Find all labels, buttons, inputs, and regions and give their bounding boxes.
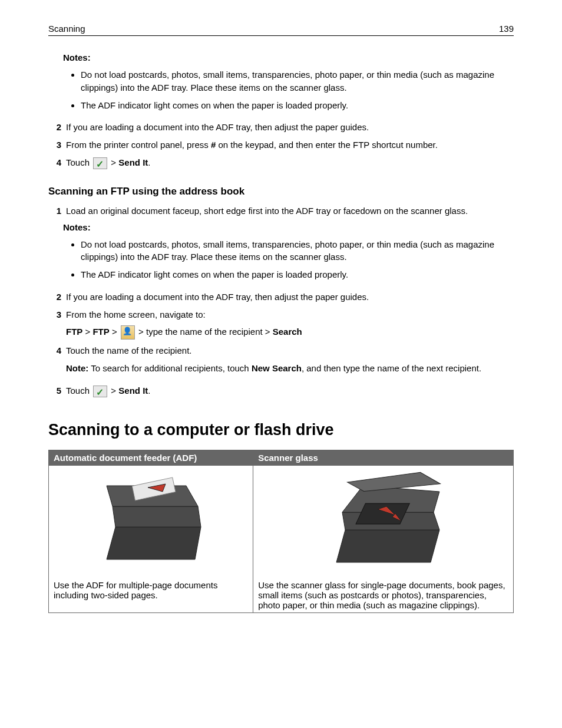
step-text: If you are loading a document into the A… xyxy=(66,291,514,304)
step-number: 2 xyxy=(48,291,61,304)
page-number: 139 xyxy=(499,24,514,34)
step-4: 4 Touch the name of the recipient. xyxy=(48,344,514,357)
text: . xyxy=(148,157,150,167)
step-number: 3 xyxy=(48,139,61,151)
step-text: From the home screen, navigate to: xyxy=(66,308,514,321)
step-text: Touch > Send It. xyxy=(66,384,514,397)
subheading-ftp-address-book: Scanning an FTP using the address book xyxy=(48,186,514,197)
scanner-glass-illustration xyxy=(258,468,508,580)
cell-adf: Use the ADF for multiple‑page documents … xyxy=(49,465,253,612)
text: > xyxy=(136,327,146,337)
text: > xyxy=(110,327,120,337)
cell-scanner-glass: Use the scanner glass for single‑page do… xyxy=(253,465,514,612)
section-title: Scanning xyxy=(48,24,85,34)
adf-illustration xyxy=(54,468,248,580)
svg-rect-1 xyxy=(356,503,409,524)
step-text: Touch the name of the recipient. xyxy=(66,344,514,357)
step-number: 3 xyxy=(48,308,61,321)
printer-scanner-glass-icon xyxy=(313,471,454,577)
note-item: The ADF indicator light comes on when th… xyxy=(81,268,514,281)
text: on the keypad, and then enter the FTP sh… xyxy=(216,140,438,150)
text: Touch xyxy=(66,157,92,167)
step-number: 1 xyxy=(48,205,61,218)
step-1: 1 Load an original document faceup, shor… xyxy=(48,205,514,218)
address-book-icon xyxy=(121,325,135,340)
text: , and then type the name of the next rec… xyxy=(302,363,481,373)
step-number: 4 xyxy=(48,156,61,169)
step-text: Load an original document faceup, short … xyxy=(66,205,514,218)
note-item: The ADF indicator light comes on when th… xyxy=(81,99,514,112)
step-3: 3 From the printer control panel, press … xyxy=(48,139,514,151)
major-heading: Scanning to a computer or flash drive xyxy=(48,421,514,439)
send-it-label: Send It xyxy=(118,157,148,167)
text: > xyxy=(263,327,273,337)
text: From the printer control panel, press xyxy=(66,140,211,150)
page-header: Scanning 139 xyxy=(48,24,514,36)
step-number: 5 xyxy=(48,384,61,397)
step-text: From the printer control panel, press # … xyxy=(66,139,514,151)
printer-adf-icon xyxy=(83,471,219,577)
ftp-label: FTP xyxy=(66,327,82,337)
th-scanner-glass: Scanner glass xyxy=(253,450,514,465)
step-text: Touch > Send It. xyxy=(66,156,514,169)
step-text: If you are loading a document into the A… xyxy=(66,121,514,134)
step-3: 3 From the home screen, navigate to: xyxy=(48,308,514,321)
new-search-label: New Search xyxy=(252,363,302,373)
navigation-path: FTP > FTP > > type the name of the recip… xyxy=(66,325,514,340)
text: Touch xyxy=(66,386,92,396)
text: > xyxy=(108,386,118,396)
notes-list: Do not load postcards, photos, small ite… xyxy=(63,68,514,111)
search-label: Search xyxy=(273,327,302,337)
adf-description: Use the ADF for multiple‑page documents … xyxy=(54,580,248,600)
checkmark-icon xyxy=(93,157,107,169)
text: > xyxy=(82,327,92,337)
send-it-label: Send It xyxy=(118,386,148,396)
step-number: 2 xyxy=(48,121,61,134)
text: > xyxy=(108,157,118,167)
note-item: Do not load postcards, photos, small ite… xyxy=(81,68,514,94)
text: To search for additional recipients, tou… xyxy=(88,363,252,373)
step-4-note: Note: To search for additional recipient… xyxy=(66,362,514,375)
step-4: 4 Touch > Send It. xyxy=(48,156,514,169)
notes-list: Do not load postcards, photos, small ite… xyxy=(63,238,514,281)
note-label: Note: xyxy=(66,363,88,373)
step-2: 2 If you are loading a document into the… xyxy=(48,291,514,304)
text: . xyxy=(148,386,150,396)
step-number: 4 xyxy=(48,344,61,357)
notes-label: Notes: xyxy=(63,52,514,62)
scanner-glass-description: Use the scanner glass for single‑page do… xyxy=(258,580,508,610)
ftp-label: FTP xyxy=(92,327,109,337)
comparison-table: Automatic document feeder (ADF) Scanner … xyxy=(48,450,514,613)
checkmark-icon xyxy=(93,386,107,397)
step-5: 5 Touch > Send It. xyxy=(48,384,514,397)
type-recipient: type the name of the recipient xyxy=(146,327,263,337)
th-adf: Automatic document feeder (ADF) xyxy=(49,450,253,465)
notes-label: Notes: xyxy=(63,222,514,232)
note-item: Do not load postcards, photos, small ite… xyxy=(81,238,514,264)
step-2: 2 If you are loading a document into the… xyxy=(48,121,514,134)
